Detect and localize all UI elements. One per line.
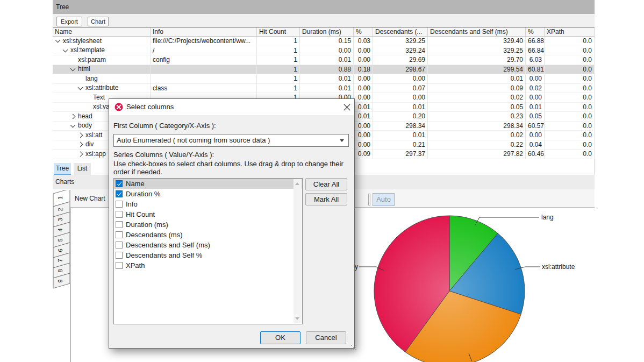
column-header-0[interactable]: Name bbox=[53, 27, 151, 37]
cell-hit: 1 bbox=[257, 55, 300, 65]
tree-row[interactable]: xsl:stylesheetfile:///C:/Projects/webcon… bbox=[53, 37, 594, 46]
checkbox-label: Hit Count bbox=[126, 210, 155, 218]
column-checkbox-list[interactable]: NameDuration %InfoHit CountDuration (ms)… bbox=[113, 178, 303, 324]
tree-row[interactable]: xsl:template/10.000.00329.24329.2566.840… bbox=[53, 46, 594, 56]
cell-desc: 298.67 bbox=[373, 65, 428, 75]
unchecked-checkbox-icon[interactable] bbox=[116, 231, 123, 238]
column-header-3[interactable]: Duration (ms) bbox=[300, 27, 354, 37]
tab-tree[interactable]: Tree bbox=[54, 163, 71, 175]
cell-desc: 29.69 bbox=[373, 55, 428, 65]
chevron-right-icon[interactable] bbox=[78, 142, 83, 147]
cell-info bbox=[151, 65, 257, 75]
new-chart-tab-title[interactable]: New Chart bbox=[75, 189, 105, 208]
scrollbar-down-icon[interactable] bbox=[295, 317, 299, 320]
tree-row[interactable]: xsl:attributeclass10.010.000.070.090.020… bbox=[53, 84, 594, 94]
close-icon[interactable] bbox=[343, 103, 351, 111]
cell-dself: 0.02 bbox=[428, 93, 526, 103]
checkbox-item[interactable]: Descendants and Self % bbox=[114, 250, 302, 260]
cell-dselfpct: 60.81 bbox=[526, 65, 545, 75]
tab-list[interactable]: List bbox=[74, 163, 91, 175]
chart-tab-label: 2 bbox=[57, 208, 63, 211]
column-header-4[interactable]: % bbox=[354, 27, 373, 37]
select-columns-dialog: Select columns First Column ( Category/X… bbox=[109, 98, 355, 349]
cell-xpath: 0.0 bbox=[545, 93, 595, 103]
ok-button[interactable]: OK bbox=[260, 331, 300, 344]
chevron-down-icon[interactable] bbox=[78, 84, 83, 90]
cell-hit: 1 bbox=[257, 37, 300, 46]
app-logo-icon bbox=[115, 103, 123, 111]
checkbox-item[interactable]: Descendants and Self (ms) bbox=[114, 240, 302, 250]
cell-pct: 0.03 bbox=[354, 37, 373, 46]
cell-hit: 1 bbox=[257, 65, 300, 75]
chevron-down-icon[interactable] bbox=[70, 122, 76, 127]
column-header-8[interactable]: XPath bbox=[545, 27, 595, 37]
unchecked-checkbox-icon[interactable] bbox=[116, 242, 123, 249]
cell-desc: 297.37 bbox=[373, 150, 428, 159]
cell-hit: 1 bbox=[257, 74, 300, 84]
unchecked-checkbox-icon[interactable] bbox=[116, 262, 123, 269]
column-header-7[interactable]: % bbox=[526, 27, 545, 37]
chevron-right-icon[interactable] bbox=[78, 132, 83, 138]
chevron-right-icon[interactable] bbox=[70, 113, 76, 119]
cell-xpath: 0.0 bbox=[545, 140, 595, 150]
mark-all-button[interactable]: Mark All bbox=[305, 193, 347, 205]
cell-desc: 0.01 bbox=[373, 131, 428, 140]
cell-desc: 0.00 bbox=[373, 74, 428, 84]
export-button[interactable]: Export bbox=[56, 17, 82, 26]
cancel-button[interactable]: Cancel bbox=[306, 331, 346, 344]
column-header-2[interactable]: Hit Count bbox=[257, 27, 300, 37]
checkbox-label: XPath bbox=[126, 261, 145, 269]
chevron-down-icon bbox=[340, 139, 344, 142]
cell-dself: 0.02 bbox=[428, 131, 526, 140]
checkbox-item[interactable]: XPath bbox=[114, 260, 302, 271]
chevron-down-icon[interactable] bbox=[70, 66, 76, 71]
tree-row[interactable]: html10.880.18298.67299.5460.810.0 bbox=[53, 65, 594, 75]
column-header-5[interactable]: Descendants (... bbox=[373, 27, 428, 37]
chart-tab-label: 1 bbox=[57, 196, 63, 200]
tree-toolbar: Export Chart bbox=[53, 14, 595, 27]
pie-label-lang: lang bbox=[541, 214, 554, 221]
unchecked-checkbox-icon[interactable] bbox=[116, 221, 123, 228]
unchecked-checkbox-icon[interactable] bbox=[116, 211, 123, 218]
cell-pct: 0.00 bbox=[354, 84, 373, 94]
node-name: div bbox=[85, 140, 94, 150]
scrollbar-up-icon[interactable] bbox=[295, 182, 299, 185]
unchecked-checkbox-icon[interactable] bbox=[116, 252, 123, 259]
chevron-down-icon[interactable] bbox=[55, 38, 61, 43]
chart-button[interactable]: Chart bbox=[88, 17, 109, 26]
cell-dselfpct: 60.57 bbox=[526, 122, 545, 131]
cell-dselfpct: 0.00 bbox=[526, 93, 545, 103]
checkbox-item[interactable]: Duration (ms) bbox=[114, 219, 302, 230]
checkbox-label: Name bbox=[126, 180, 145, 188]
cell-dself: 329.25 bbox=[428, 46, 526, 56]
chevron-right-icon[interactable] bbox=[78, 151, 83, 157]
checkbox-item[interactable]: Info bbox=[114, 199, 302, 209]
column-header-6[interactable]: Descendants and Self (ms) bbox=[428, 27, 526, 37]
checkbox-item[interactable]: Name bbox=[114, 179, 302, 189]
checkbox-item[interactable]: Hit Count bbox=[114, 209, 302, 219]
checked-checkbox-icon[interactable] bbox=[116, 180, 123, 187]
checkbox-item[interactable]: Descendants (ms) bbox=[114, 230, 302, 240]
series-help-text: Use check-boxes to select chart columns.… bbox=[113, 160, 353, 176]
checked-checkbox-icon[interactable] bbox=[116, 190, 123, 197]
cell-pct: 0.00 bbox=[354, 140, 373, 150]
cell-desc: 0.01 bbox=[373, 103, 428, 112]
node-name: body bbox=[78, 122, 92, 131]
tree-row[interactable]: lang10.010.000.000.010.000.0 bbox=[53, 74, 594, 84]
listbox-scrollbar[interactable] bbox=[294, 179, 302, 323]
auto-button[interactable]: Auto bbox=[373, 193, 395, 206]
cell-info: config bbox=[151, 55, 257, 65]
cell-xpath: 0.0 bbox=[545, 112, 595, 122]
resize-grip[interactable] bbox=[351, 345, 352, 346]
node-name: head bbox=[78, 112, 92, 121]
cell-desc: 0.00 bbox=[373, 93, 428, 103]
column-header-1[interactable]: Info bbox=[151, 27, 257, 37]
tree-row[interactable]: xsl:paramconfig10.010.0029.6929.706.030.… bbox=[53, 55, 594, 65]
clear-all-button[interactable]: Clear All bbox=[305, 178, 347, 190]
cell-dself: 298.34 bbox=[428, 122, 526, 131]
tree-panel-title: Tree bbox=[53, 0, 595, 14]
chevron-down-icon[interactable] bbox=[63, 47, 68, 52]
first-column-combobox[interactable]: Auto Enumerated ( not coming from source… bbox=[113, 134, 349, 147]
unchecked-checkbox-icon[interactable] bbox=[116, 201, 123, 208]
checkbox-item[interactable]: Duration % bbox=[114, 189, 302, 199]
